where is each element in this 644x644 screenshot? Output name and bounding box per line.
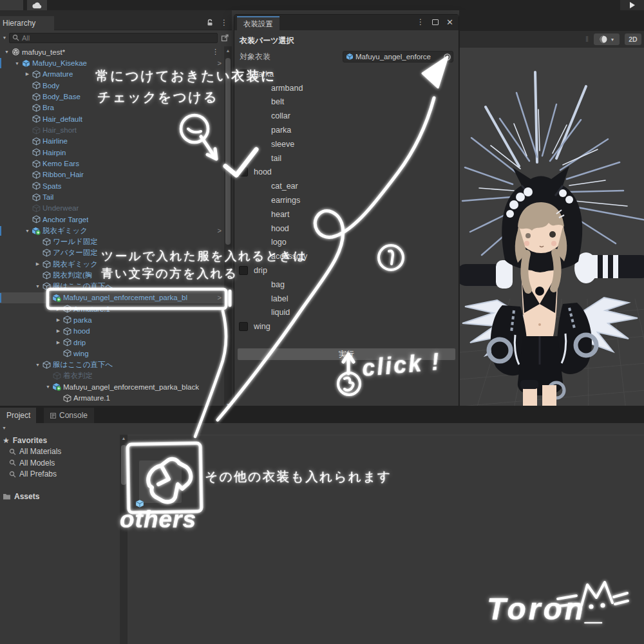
costume-part-row-liquid[interactable]: liquid	[238, 306, 455, 320]
hierarchy-item-tail[interactable]: Tail	[0, 191, 224, 202]
costume-part-row-parka[interactable]: parka	[238, 67, 455, 81]
costume-part-row-drip[interactable]: drip	[238, 263, 455, 278]
scene-canvas[interactable]	[460, 48, 644, 406]
hierarchy-item-hairpin[interactable]: Hairpin	[0, 147, 224, 158]
toolbar-tool-button[interactable]	[0, 0, 23, 10]
hierarchy-item-armature[interactable]: ▶Armature	[0, 69, 224, 80]
hierarchy-item-着衣判定[interactable]: 着衣判定	[0, 370, 224, 381]
target-object-field[interactable]: Mafuyu_angel_enforce	[343, 51, 453, 62]
project-foldout-caret[interactable]: ▼	[2, 426, 6, 430]
favorite-item-all-models[interactable]: All Models	[0, 457, 120, 469]
foldout-closed-icon[interactable]: ▶	[23, 71, 32, 77]
object-picker-icon[interactable]	[443, 53, 451, 61]
2d-toggle-button[interactable]: 2D	[625, 33, 641, 45]
costume-asset-thumbnail[interactable]	[139, 460, 182, 503]
hierarchy-item-mafuyu-kisekae[interactable]: ▼Mafuyu_Kisekae>	[0, 57, 224, 68]
lock-icon[interactable]	[206, 19, 214, 26]
foldout-open-icon[interactable]: ▼	[23, 229, 32, 233]
hierarchy-item-脱衣ギミック[interactable]: ▶脱衣ギミック	[0, 259, 224, 270]
hierarchy-item-hood[interactable]: ▶hood	[0, 326, 224, 337]
costume-part-row-label[interactable]: label	[238, 292, 455, 306]
foldout-open-icon[interactable]: ▼	[3, 50, 11, 54]
hierarchy-item-bra[interactable]: Bra	[0, 102, 224, 113]
assets-root-item[interactable]: Assets	[0, 491, 120, 502]
tab-console[interactable]: Console	[44, 408, 94, 423]
hierarchy-item-mafuyu-test[interactable]: ▼mafuyu_test*⋮	[0, 46, 224, 57]
checkbox-hood[interactable]	[239, 167, 248, 176]
window-menu-icon[interactable]: ⋮	[417, 17, 424, 26]
hierarchy-item-脱衣判定-胸[interactable]: 脱衣判定(胸	[0, 270, 224, 281]
hierarchy-item-armature-1[interactable]: Armature.1	[0, 393, 224, 404]
foldout-open-icon[interactable]: ▼	[33, 363, 42, 367]
project-content-area[interactable]	[128, 435, 644, 644]
costume-part-row-sleeve[interactable]: sleeve	[238, 137, 455, 151]
favorite-item-all-prefabs[interactable]: All Prefabs	[0, 469, 120, 480]
costume-part-row-earrings[interactable]: earrings	[238, 193, 455, 207]
scrollbar-thumb[interactable]	[225, 58, 231, 245]
prefab-chevron-icon[interactable]: >	[218, 59, 222, 67]
costume-part-row-bag[interactable]: bag	[238, 278, 455, 292]
foldout-closed-icon[interactable]: ▶	[54, 340, 62, 345]
hierarchy-item-spats[interactable]: Spats	[0, 180, 224, 191]
search-input[interactable]: All	[9, 33, 218, 43]
prefab-chevron-icon[interactable]: >	[218, 227, 222, 234]
foldout-closed-icon[interactable]: ▶	[33, 261, 42, 267]
costume-part-row-belt[interactable]: belt	[238, 95, 455, 109]
tab-costume-setup[interactable]: 衣装設置	[237, 16, 279, 30]
hierarchy-item-服はここの直下へ[interactable]: ▼服はここの直下へ	[0, 359, 224, 370]
maximize-icon[interactable]	[432, 19, 439, 25]
costume-part-row-logo[interactable]: logo	[238, 236, 455, 250]
costume-window-titlebar[interactable]: 衣装設置 ⋮ ✕	[234, 15, 459, 30]
costume-part-row-tail[interactable]: tail	[238, 151, 455, 166]
costume-part-row-cat-ear[interactable]: cat_ear	[238, 179, 455, 193]
hierarchy-item-アバター固定[interactable]: アバター固定	[0, 247, 224, 258]
tab-hierarchy[interactable]: Hierarchy	[0, 16, 54, 30]
foldout-closed-icon[interactable]: ▶	[54, 307, 62, 312]
hierarchy-item-hair-default[interactable]: Hair_default	[0, 113, 224, 124]
tab-project[interactable]: Project	[0, 408, 36, 423]
hierarchy-item-body-base[interactable]: Body_Base	[0, 91, 224, 102]
costume-part-row-accessory[interactable]: accessory	[238, 249, 455, 263]
hierarchy-item-drip[interactable]: ▶drip	[0, 337, 224, 348]
shading-mode-dropdown[interactable]: ▼	[594, 33, 620, 45]
hierarchy-item-underwear[interactable]: Underwear	[0, 203, 224, 214]
search-filter-caret-icon[interactable]: ▼	[0, 35, 9, 40]
hierarchy-item-ワールド固定[interactable]: ワールド固定	[0, 236, 224, 247]
costume-part-row-parka[interactable]: parka	[238, 123, 455, 137]
foldout-open-icon[interactable]: ▼	[33, 284, 42, 289]
costume-part-row-armband[interactable]: armband	[238, 81, 455, 95]
favorite-item-all-materials[interactable]: All Materials	[0, 446, 120, 458]
hierarchy-item-ribbon-hair[interactable]: Ribbon_Hair	[0, 169, 224, 180]
cloud-button[interactable]	[27, 0, 47, 10]
run-button[interactable]: 実行	[237, 348, 456, 361]
close-icon[interactable]: ✕	[446, 18, 453, 26]
costume-part-row-wing[interactable]: wing	[238, 319, 455, 334]
foldout-closed-icon[interactable]: ▶	[54, 317, 62, 323]
hierarchy-item-脱衣ギミック[interactable]: ▼脱衣ギミック>	[0, 225, 224, 236]
hierarchy-pick-icon[interactable]	[218, 34, 232, 42]
foldout-open-icon[interactable]: ▼	[44, 296, 52, 300]
foldout-closed-icon[interactable]: ▶	[54, 328, 62, 334]
hierarchy-item-kemo-ears[interactable]: Kemo Ears	[0, 158, 224, 169]
play-button[interactable]	[620, 0, 644, 10]
checkbox-drip[interactable]	[239, 266, 248, 275]
project-scrollbar[interactable]: ▲	[120, 435, 128, 644]
hierarchy-menu-icon[interactable]: ⋮	[220, 18, 228, 27]
prefab-chevron-icon[interactable]: >	[218, 294, 222, 301]
hierarchy-item-hair-short[interactable]: Hair_short	[0, 124, 224, 135]
hierarchy-item-parka[interactable]: ▶parka	[0, 314, 224, 325]
costume-part-row-hood[interactable]: hood	[238, 166, 455, 180]
scene-menu-icon[interactable]: ⋮	[212, 48, 219, 56]
foldout-open-icon[interactable]: ▼	[44, 384, 52, 389]
scrollbar-thumb[interactable]	[121, 445, 126, 485]
checkbox-parka[interactable]	[239, 70, 248, 79]
foldout-open-icon[interactable]: ▼	[13, 61, 21, 66]
scroll-up-icon[interactable]: ▲	[224, 48, 232, 53]
hierarchy-item-hairline[interactable]: Hairline	[0, 136, 224, 147]
checkbox-wing[interactable]	[239, 322, 248, 331]
hierarchy-item-mafuyu-angel-enforcement-parka-bl[interactable]: ▼Mafuyu_angel_enforcement_parka_bl>	[0, 292, 224, 303]
hierarchy-item-wing[interactable]: wing	[0, 348, 224, 359]
hierarchy-item-body[interactable]: Body	[0, 80, 224, 91]
hierarchy-item-anchor-target[interactable]: Anchor Target	[0, 214, 224, 225]
costume-part-row-collar[interactable]: collar	[238, 109, 455, 123]
